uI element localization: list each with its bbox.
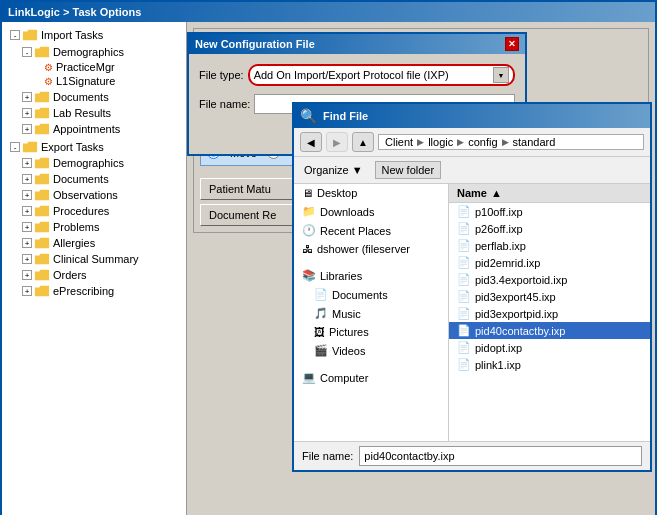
folder-icon-problems bbox=[34, 220, 50, 234]
expand-demographics[interactable]: - bbox=[22, 47, 32, 57]
file-item-pidopt[interactable]: 📄 pidopt.ixp bbox=[449, 339, 650, 356]
back-button[interactable]: ◀ bbox=[300, 132, 322, 152]
file-item-perflab[interactable]: 📄 perflab.ixp bbox=[449, 237, 650, 254]
file-name-pid2emrid: pid2emrid.ixp bbox=[475, 257, 540, 269]
file-item-pid2emrid[interactable]: 📄 pid2emrid.ixp bbox=[449, 254, 650, 271]
tree-label-recent-places: Recent Places bbox=[320, 225, 391, 237]
ixp-icon-2: 📄 bbox=[457, 222, 471, 235]
tree-item-downloads[interactable]: 📁 Downloads bbox=[294, 202, 448, 221]
sidebar-observations[interactable]: + Observations bbox=[2, 187, 186, 203]
sidebar-label-clinical-summary: Clinical Summary bbox=[53, 253, 139, 265]
file-item-pid3export45[interactable]: 📄 pid3export45.ixp bbox=[449, 288, 650, 305]
sidebar-lab-results[interactable]: + Lab Results bbox=[2, 105, 186, 121]
main-window: LinkLogic > Task Options - Import Tasks … bbox=[0, 0, 657, 515]
footer-filename-label: File name: bbox=[302, 450, 353, 462]
sidebar-documents-import[interactable]: + Documents bbox=[2, 89, 186, 105]
folder-icon-demographics-export bbox=[34, 156, 50, 170]
dshower-icon: 🖧 bbox=[302, 243, 313, 255]
file-type-combo: Add On Import/Export Protocol file (IXP)… bbox=[248, 64, 515, 86]
sidebar-label-demographics-import: Demographics bbox=[53, 46, 124, 58]
breadcrumb-client: Client bbox=[385, 136, 413, 148]
find-file-dialog: 🔍 Find File ◀ ▶ ▲ Client ▶ llogic ▶ conf… bbox=[292, 102, 652, 472]
file-name-pid3exportpid: pid3exportpid.ixp bbox=[475, 308, 558, 320]
expand-appointments[interactable]: + bbox=[22, 124, 32, 134]
tree-item-libraries[interactable]: 📚 Libraries bbox=[294, 266, 448, 285]
tree-item-recent-places[interactable]: 🕐 Recent Places bbox=[294, 221, 448, 240]
folder-icon-allergies bbox=[34, 236, 50, 250]
new-config-close-button[interactable]: ✕ bbox=[505, 37, 519, 51]
folder-icon-documents-export bbox=[34, 172, 50, 186]
file-name-label: File name: bbox=[199, 98, 250, 110]
file-type-dropdown-btn[interactable]: ▼ bbox=[493, 67, 509, 83]
expand-lab-results[interactable]: + bbox=[22, 108, 32, 118]
file-item-pid3exportpid[interactable]: 📄 pid3exportpid.ixp bbox=[449, 305, 650, 322]
sidebar-demographics-export[interactable]: + Demographics bbox=[2, 155, 186, 171]
find-toolbar2: Organize ▼ New folder bbox=[294, 157, 650, 184]
ixp-icon-4: 📄 bbox=[457, 256, 471, 269]
file-name-p10off: p10off.ixp bbox=[475, 206, 523, 218]
window-title: LinkLogic > Task Options bbox=[8, 6, 141, 18]
tree-item-music[interactable]: 🎵 Music bbox=[294, 304, 448, 323]
tree-item-dshower[interactable]: 🖧 dshower (fileserver bbox=[294, 240, 448, 258]
sidebar-clinical-summary[interactable]: + Clinical Summary bbox=[2, 251, 186, 267]
expand-problems[interactable]: + bbox=[22, 222, 32, 232]
sidebar-problems[interactable]: + Problems bbox=[2, 219, 186, 235]
expand-import-tasks[interactable]: - bbox=[10, 30, 20, 40]
expand-allergies[interactable]: + bbox=[22, 238, 32, 248]
ixp-icon-5: 📄 bbox=[457, 273, 471, 286]
tree-item-documents-lib[interactable]: 📄 Documents bbox=[294, 285, 448, 304]
folder-icon-procedures bbox=[34, 204, 50, 218]
sidebar-label-l1signature: L1Signature bbox=[56, 75, 115, 87]
tree-item-pictures[interactable]: 🖼 Pictures bbox=[294, 323, 448, 341]
file-type-row: File type: Add On Import/Export Protocol… bbox=[199, 64, 515, 86]
expand-demographics-export[interactable]: + bbox=[22, 158, 32, 168]
expand-clinical-summary[interactable]: + bbox=[22, 254, 32, 264]
sidebar-label-orders: Orders bbox=[53, 269, 87, 281]
expand-procedures[interactable]: + bbox=[22, 206, 32, 216]
tree-label-documents-lib: Documents bbox=[332, 289, 388, 301]
tree-item-desktop[interactable]: 🖥 Desktop bbox=[294, 184, 448, 202]
file-item-pid34exportoid[interactable]: 📄 pid3.4exportoid.ixp bbox=[449, 271, 650, 288]
expand-observations[interactable]: + bbox=[22, 190, 32, 200]
up-button[interactable]: ▲ bbox=[352, 132, 374, 152]
expand-documents-export[interactable]: + bbox=[22, 174, 32, 184]
folder-icon-appointments bbox=[34, 122, 50, 136]
breadcrumb-config: config bbox=[468, 136, 497, 148]
breadcrumb-bar: Client ▶ llogic ▶ config ▶ standard bbox=[378, 134, 644, 150]
sidebar-documents-export[interactable]: + Documents bbox=[2, 171, 186, 187]
folder-icon-clinical-summary bbox=[34, 252, 50, 266]
folder-icon-lab-results bbox=[34, 106, 50, 120]
folder-open-icon bbox=[22, 28, 38, 42]
tree-label-videos: Videos bbox=[332, 345, 365, 357]
breadcrumb-arrow-2: ▶ bbox=[457, 137, 464, 147]
ixp-icon-7: 📄 bbox=[457, 307, 471, 320]
file-item-p26off[interactable]: 📄 p26off.ixp bbox=[449, 220, 650, 237]
expand-documents-import[interactable]: + bbox=[22, 92, 32, 102]
folder-icon-observations bbox=[34, 188, 50, 202]
sidebar-allergies[interactable]: + Allergies bbox=[2, 235, 186, 251]
expand-export-tasks[interactable]: - bbox=[10, 142, 20, 152]
tree-item-videos[interactable]: 🎬 Videos bbox=[294, 341, 448, 360]
file-item-p10off[interactable]: 📄 p10off.ixp bbox=[449, 203, 650, 220]
sort-arrow-icon: ▲ bbox=[491, 187, 502, 199]
sidebar-eprescribing[interactable]: + ePrescribing bbox=[2, 283, 186, 299]
find-file-right-panel: Name ▲ 📄 p10off.ixp 📄 p26off.ixp 📄 perfl… bbox=[449, 184, 650, 441]
breadcrumb-standard: standard bbox=[513, 136, 556, 148]
documents-lib-icon: 📄 bbox=[314, 288, 328, 301]
expand-eprescribing[interactable]: + bbox=[22, 286, 32, 296]
sidebar-orders[interactable]: + Orders bbox=[2, 267, 186, 283]
expand-orders[interactable]: + bbox=[22, 270, 32, 280]
folder-icon-documents-import bbox=[34, 90, 50, 104]
new-folder-button[interactable]: New folder bbox=[375, 161, 442, 179]
sidebar-procedures[interactable]: + Procedures bbox=[2, 203, 186, 219]
find-file-left-panel: 🖥 Desktop 📁 Downloads 🕐 Recent Places 🖧 … bbox=[294, 184, 449, 441]
file-item-plink1[interactable]: 📄 plink1.ixp bbox=[449, 356, 650, 373]
footer-filename-input[interactable]: pid40contactby.ixp bbox=[359, 446, 642, 466]
forward-button[interactable]: ▶ bbox=[326, 132, 348, 152]
file-item-pid40contactby[interactable]: 📄 pid40contactby.ixp bbox=[449, 322, 650, 339]
sidebar-appointments[interactable]: + Appointments bbox=[2, 121, 186, 137]
sidebar-item-label-export-tasks: Export Tasks bbox=[41, 141, 104, 153]
tree-item-computer[interactable]: 💻 Computer bbox=[294, 368, 448, 387]
organize-button[interactable]: Organize ▼ bbox=[300, 162, 367, 178]
file-name-pidopt: pidopt.ixp bbox=[475, 342, 522, 354]
